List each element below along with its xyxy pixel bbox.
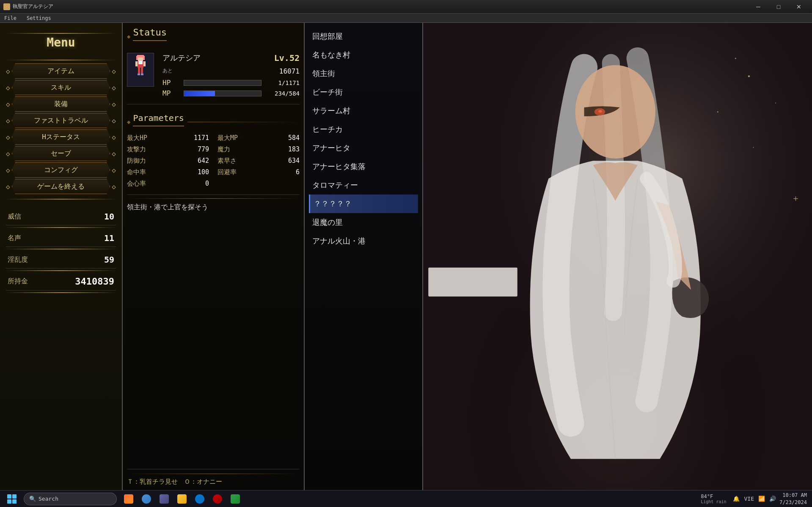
char-name: アルテシア bbox=[162, 53, 201, 63]
menu-btn-container-h-status: ◇Hステータス◇ bbox=[6, 129, 116, 145]
money-row: 所持金 3410839 bbox=[6, 273, 116, 290]
clock: 10:07 AM 7/23/2024 bbox=[779, 492, 807, 506]
menu-button-equip[interactable]: 装備 bbox=[12, 96, 110, 112]
menu-button-fast-travel[interactable]: ファストトラベル bbox=[12, 113, 110, 128]
params-section: ◆ Parameters 最大HP1171最大MP584攻撃力779魔力183防… bbox=[127, 113, 300, 188]
search-icon: 🔍 bbox=[29, 496, 36, 502]
location-item-loc5[interactable]: サラーム村 bbox=[309, 101, 418, 120]
minimize-button[interactable]: ─ bbox=[749, 0, 768, 14]
param-row-left: 攻撃力779 bbox=[127, 145, 209, 153]
restore-button[interactable]: □ bbox=[769, 0, 788, 14]
win-square-br bbox=[12, 499, 17, 504]
svg-rect-2 bbox=[136, 56, 138, 60]
mp-label: MP bbox=[162, 89, 179, 97]
window-title: 執聖官アルテシア bbox=[13, 3, 749, 10]
location-item-loc7[interactable]: アナーヒタ bbox=[309, 139, 418, 157]
param-label: 防御力 bbox=[127, 157, 146, 165]
taskbar-app-7[interactable] bbox=[227, 491, 244, 507]
param-value: 183 bbox=[288, 145, 300, 153]
clock-time: 10:07 AM bbox=[779, 492, 807, 499]
hint-section: Ｔ：乳首チラ見せ Ｏ：オナニー bbox=[127, 469, 300, 486]
deco-line-6 bbox=[6, 270, 116, 271]
taskbar-app-5[interactable] bbox=[191, 491, 208, 507]
menu-diamond-left-fast-travel: ◇ bbox=[6, 117, 10, 125]
start-button[interactable] bbox=[3, 492, 20, 506]
char-sprite bbox=[127, 53, 154, 87]
location-item-loc11[interactable]: 退魔の里 bbox=[309, 213, 418, 232]
params-title: Parameters bbox=[133, 113, 184, 126]
menu-diamond-right-equip: ◇ bbox=[112, 100, 116, 108]
close-button[interactable]: ✕ bbox=[789, 0, 809, 14]
menu-button-items[interactable]: アイテム bbox=[12, 63, 110, 79]
prestige-label: 威信 bbox=[8, 212, 21, 221]
file-menu[interactable]: File bbox=[2, 14, 19, 22]
param-row-left: 防御力642 bbox=[127, 157, 209, 165]
param-label: 最大MP bbox=[217, 134, 238, 142]
menu-bar: File Settings bbox=[0, 14, 812, 23]
menu-title: Menu bbox=[47, 36, 75, 49]
param-label: 会心率 bbox=[127, 180, 146, 188]
taskbar-app-1[interactable] bbox=[120, 491, 137, 507]
location-item-loc4[interactable]: ビーチ街 bbox=[309, 83, 418, 101]
deco-line-7 bbox=[6, 292, 116, 293]
ato-value: 16071 bbox=[279, 67, 300, 75]
money-value: 3410839 bbox=[75, 276, 114, 287]
menu-button-quit[interactable]: ゲームを終える bbox=[12, 179, 110, 194]
notification-icon: 🔔 bbox=[732, 495, 740, 503]
lewdness-value: 59 bbox=[104, 255, 114, 265]
win-square-tr bbox=[12, 494, 17, 499]
svg-rect-25 bbox=[428, 268, 517, 296]
param-row-left: 最大HP1171 bbox=[127, 134, 209, 142]
volume-icon: 🔊 bbox=[768, 495, 777, 503]
menu-button-save[interactable]: セーブ bbox=[12, 146, 110, 161]
hp-bar-bg bbox=[184, 80, 261, 86]
location-item-loc1[interactable]: 回想部屋 bbox=[309, 27, 418, 46]
menu-btn-container-fast-travel: ◇ファストトラベル◇ bbox=[6, 113, 116, 128]
left-panel: Menu ◇アイテム◇◇スキル◇◇装備◇◇ファストトラベル◇◇Hステータス◇◇セ… bbox=[0, 23, 123, 490]
taskbar-app-2[interactable] bbox=[138, 491, 155, 507]
location-item-loc2[interactable]: 名もなき村 bbox=[309, 46, 418, 64]
svg-point-24 bbox=[598, 110, 602, 112]
svg-point-17 bbox=[775, 102, 776, 103]
param-value: 100 bbox=[198, 168, 209, 176]
app-icon-6 bbox=[213, 494, 222, 504]
menu-button-skills[interactable]: スキル bbox=[12, 80, 110, 95]
menu-btn-container-config: ◇コンフィグ◇ bbox=[6, 162, 116, 178]
param-label: 魔力 bbox=[217, 145, 230, 153]
wifi-icon: 📶 bbox=[757, 495, 766, 503]
hp-label: HP bbox=[162, 79, 179, 87]
mp-value: 234/584 bbox=[266, 90, 300, 97]
location-item-loc10[interactable]: ？？？？？ bbox=[309, 195, 418, 213]
taskbar-app-3[interactable] bbox=[156, 491, 173, 507]
search-box[interactable]: 🔍 Search bbox=[24, 493, 117, 505]
char-name-block: アルテシア Lv.52 あと 16071 HP 1/1171 MP bbox=[162, 53, 300, 100]
taskbar-right: 84°F Light rain 🔔 VIE 📶 🔊 10:07 AM 7/23/… bbox=[701, 492, 809, 506]
location-item-loc3[interactable]: 領主街 bbox=[309, 64, 418, 83]
menu-diamond-right-save: ◇ bbox=[112, 150, 116, 158]
settings-menu[interactable]: Settings bbox=[24, 14, 54, 22]
location-item-loc9[interactable]: タロマティー bbox=[309, 176, 418, 195]
taskbar-app-4[interactable] bbox=[173, 491, 190, 507]
params-deco: ◆ bbox=[127, 118, 130, 125]
mp-row: MP 234/584 bbox=[162, 89, 300, 97]
param-label: 素早さ bbox=[217, 157, 237, 165]
menu-button-h-status[interactable]: Hステータス bbox=[12, 129, 110, 145]
menu-diamond-left-skills: ◇ bbox=[6, 84, 10, 92]
taskbar-app-6[interactable] bbox=[209, 491, 226, 507]
param-label: 回避率 bbox=[217, 168, 237, 176]
params-grid: 最大HP1171最大MP584攻撃力779魔力183防御力642素早さ634命中… bbox=[127, 134, 300, 188]
app-icon-2 bbox=[142, 494, 151, 504]
quest-text: 領主街・港で上官を探そう bbox=[127, 203, 208, 211]
menu-button-config[interactable]: コンフィグ bbox=[12, 162, 110, 178]
weather-widget: 84°F Light rain bbox=[701, 493, 726, 504]
location-list: 回想部屋名もなき村領主街ビーチ街サラーム村ヒーチカアナーヒタアナーヒタ集落タロマ… bbox=[309, 27, 418, 250]
location-panel: 回想部屋名もなき村領主街ビーチ街サラーム村ヒーチカアナーヒタアナーヒタ集落タロマ… bbox=[305, 23, 423, 490]
location-item-loc6[interactable]: ヒーチカ bbox=[309, 120, 418, 139]
char-level: Lv.52 bbox=[274, 53, 300, 66]
money-label: 所持金 bbox=[8, 277, 28, 286]
location-item-loc12[interactable]: アナル火山・港 bbox=[309, 232, 418, 250]
menu-diamond-right-quit: ◇ bbox=[112, 183, 116, 191]
location-item-loc8[interactable]: アナーヒタ集落 bbox=[309, 157, 418, 176]
lewdness-row: 淫乱度 59 bbox=[6, 251, 116, 269]
param-value: 584 bbox=[288, 134, 300, 142]
